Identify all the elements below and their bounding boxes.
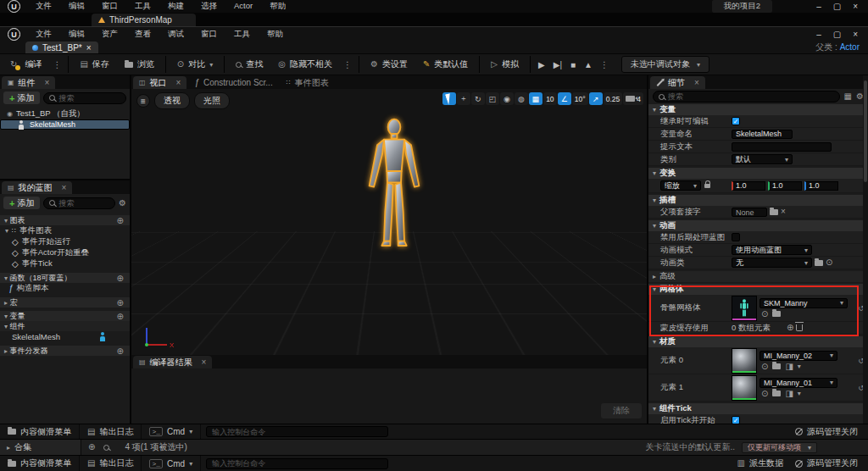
grid-snap-button[interactable]: ▦ bbox=[529, 92, 542, 105]
compiler-results-tab[interactable]: ▤ 编译器结果 × bbox=[133, 356, 212, 368]
menu-item[interactable]: 文件 bbox=[27, 1, 60, 12]
view-mode-selector[interactable]: 光照 bbox=[194, 92, 230, 109]
derived-data-button[interactable]: ▥派生数据 bbox=[730, 457, 791, 469]
skeletal-mesh-thumbnail[interactable] bbox=[732, 296, 757, 321]
compile-options-icon[interactable]: ⋮ bbox=[50, 60, 64, 69]
cmd-dropdown[interactable]: >_Cmd▾ bbox=[142, 424, 201, 439]
anim-class-dropdown[interactable]: 无▾ bbox=[732, 258, 812, 268]
menu-item[interactable]: 调试 bbox=[159, 29, 192, 40]
mesh-section-header[interactable]: ▾网格体 bbox=[648, 284, 868, 295]
search-collections-icon[interactable] bbox=[103, 445, 109, 451]
menu-item[interactable]: 资产 bbox=[93, 29, 126, 40]
variable-skeletalmesh-row[interactable]: SkeletalMesh bbox=[0, 331, 130, 342]
details-search[interactable] bbox=[653, 91, 840, 103]
lock-icon[interactable] bbox=[704, 184, 710, 188]
skeletal-mesh-dropdown[interactable]: SKM_Manny▾ bbox=[760, 298, 848, 308]
source-control-label[interactable]: 源码管理关闭 bbox=[807, 457, 858, 469]
scale-snap-value[interactable]: 0.25 bbox=[604, 92, 623, 105]
menu-item[interactable]: 窗口 bbox=[93, 1, 126, 12]
cmd-dropdown[interactable]: >_Cmd▾ bbox=[142, 456, 201, 471]
add-graph-icon[interactable]: ⊕ bbox=[117, 216, 124, 225]
menu-item[interactable]: 编辑 bbox=[60, 29, 93, 40]
graphs-header[interactable]: ▾ 图表⊕ bbox=[0, 215, 130, 225]
browse-socket-icon[interactable] bbox=[770, 209, 778, 215]
macros-header[interactable]: ▸ 宏⊕ bbox=[0, 297, 130, 308]
add-function-icon[interactable]: ⊕ bbox=[117, 274, 124, 283]
close-icon[interactable]: × bbox=[853, 2, 858, 11]
class-settings-button[interactable]: ⚙类设置 bbox=[364, 55, 415, 74]
menu-item[interactable]: 窗口 bbox=[192, 29, 225, 40]
parent-class-link[interactable]: Actor bbox=[840, 42, 860, 52]
camera-speed-button[interactable]: 4 bbox=[623, 92, 643, 105]
class-defaults-button[interactable]: ✎类默认值 bbox=[416, 55, 475, 74]
details-scrollbar[interactable] bbox=[863, 75, 868, 424]
my-blueprint-search[interactable] bbox=[43, 197, 115, 209]
play-options-icon[interactable]: ⋮ bbox=[598, 60, 611, 69]
grid-snap-value[interactable]: 10 bbox=[543, 92, 557, 105]
tooltip-input[interactable] bbox=[732, 142, 832, 152]
clear-button[interactable]: 清除 bbox=[601, 403, 642, 418]
use-selected-asset-icon[interactable]: ⊙ bbox=[761, 310, 768, 319]
diff-button[interactable]: ⊙对比▾ bbox=[170, 55, 220, 74]
close-tab-icon[interactable]: × bbox=[86, 43, 92, 53]
components-search[interactable] bbox=[43, 92, 126, 104]
instance-editable-checkbox[interactable]: ✓ bbox=[732, 117, 740, 125]
console-input-box[interactable] bbox=[206, 458, 388, 469]
anim-mode-dropdown[interactable]: 使用动画蓝图▾ bbox=[732, 245, 812, 255]
find-button[interactable]: 查找 bbox=[229, 55, 270, 74]
menu-item[interactable]: 帮助 bbox=[261, 1, 294, 12]
menu-item[interactable]: Actor bbox=[225, 1, 261, 12]
play-button[interactable]: ▶ bbox=[535, 60, 548, 69]
add-array-element-icon[interactable]: ⊕ bbox=[787, 324, 793, 332]
rotation-snap-button[interactable]: ∠ bbox=[558, 92, 571, 105]
content-drawer-button[interactable]: 内容侧滑菜单 bbox=[0, 424, 80, 439]
my-blueprint-search-input[interactable] bbox=[58, 199, 109, 208]
close-tab-icon[interactable]: × bbox=[45, 78, 50, 87]
skeletal-mesh-preview[interactable] bbox=[360, 117, 428, 252]
materials-section-header[interactable]: ▾材质 bbox=[648, 336, 868, 347]
console-input[interactable] bbox=[212, 459, 382, 468]
sockets-section-header[interactable]: ▾插槽 bbox=[648, 195, 868, 206]
menu-item[interactable]: 查看 bbox=[126, 29, 159, 40]
stop-button[interactable]: ■ bbox=[567, 60, 579, 69]
components-tab[interactable]: ▣ 组件 × bbox=[2, 76, 55, 89]
browse-asset-icon[interactable] bbox=[772, 391, 781, 396]
construction-script-row[interactable]: ƒ构造脚本 bbox=[0, 283, 130, 294]
details-tab[interactable]: 细节 × bbox=[650, 76, 705, 89]
menu-item[interactable]: 编辑 bbox=[60, 1, 93, 12]
select-tool-button[interactable] bbox=[442, 92, 456, 105]
scale-tool-button[interactable]: ◰ bbox=[486, 92, 499, 105]
add-collection-icon[interactable]: ⊕ bbox=[88, 443, 95, 452]
compile-button[interactable]: ↻ 编译 bbox=[3, 55, 48, 74]
event-graph-row[interactable]: ▾∷事件图表 bbox=[0, 225, 130, 236]
scale-snap-button[interactable]: ↗ bbox=[589, 92, 603, 105]
browse-asset-icon[interactable] bbox=[772, 311, 781, 317]
move-tool-button[interactable]: ＋ bbox=[457, 92, 470, 105]
scale-y-input[interactable] bbox=[768, 181, 802, 191]
add-component-button[interactable]: +添加 bbox=[3, 91, 40, 104]
browse-button[interactable]: 浏览 bbox=[118, 55, 161, 74]
browse-anim-icon[interactable] bbox=[815, 260, 823, 266]
functions-header[interactable]: ▾ 函数（18可覆盖）⊕ bbox=[0, 273, 130, 283]
maximize-icon[interactable]: ▢ bbox=[833, 2, 841, 11]
close-icon[interactable]: × bbox=[853, 30, 858, 39]
my-blueprint-tab[interactable]: ▤ 我的蓝图 × bbox=[2, 181, 72, 194]
actor-snap-button[interactable]: ◍ bbox=[515, 92, 528, 105]
event-beginplay-row[interactable]: ◇事件开始运行 bbox=[0, 236, 130, 247]
menu-item[interactable]: 帮助 bbox=[259, 29, 292, 40]
close-tab-icon[interactable]: × bbox=[202, 357, 207, 367]
save-button[interactable]: ▤保存 bbox=[73, 55, 115, 74]
material-options-icon[interactable]: ◨ bbox=[785, 390, 793, 398]
collections-expander[interactable]: ▸ 合集 bbox=[0, 440, 81, 455]
details-search-input[interactable] bbox=[668, 92, 834, 101]
menu-item[interactable]: 文件 bbox=[27, 29, 60, 40]
scale-x-input[interactable] bbox=[732, 181, 765, 191]
close-tab-icon[interactable]: × bbox=[694, 78, 699, 87]
surface-snap-button[interactable]: ◉ bbox=[500, 92, 514, 105]
construction-script-tab[interactable]: ƒ Construction Scr... bbox=[188, 76, 278, 89]
variables-header[interactable]: ▾ 变量⊕ bbox=[0, 311, 130, 321]
close-tab-icon[interactable]: × bbox=[62, 183, 67, 192]
menu-item[interactable]: 工具 bbox=[126, 1, 159, 12]
event-graph-tab[interactable]: ∷ 事件图表 bbox=[281, 76, 335, 89]
gear-icon[interactable]: ⚙ bbox=[119, 199, 126, 208]
